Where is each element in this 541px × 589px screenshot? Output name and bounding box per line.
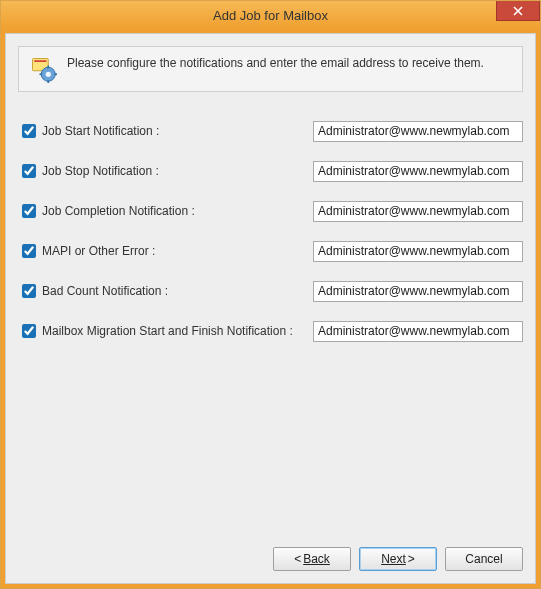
form-area: Job Start Notification : Job Stop Notifi…: [18, 120, 523, 539]
label-job-start: Job Start Notification :: [42, 124, 159, 138]
checkbox-job-stop[interactable]: [22, 164, 36, 178]
row-job-start: Job Start Notification :: [18, 120, 523, 142]
checkbox-job-start[interactable]: [22, 124, 36, 138]
row-migration: Mailbox Migration Start and Finish Notif…: [18, 320, 523, 342]
next-button-label: Next: [381, 552, 406, 566]
label-job-stop: Job Stop Notification :: [42, 164, 159, 178]
row-mapi-error: MAPI or Other Error :: [18, 240, 523, 262]
input-job-stop[interactable]: [313, 161, 523, 182]
close-icon: [513, 6, 523, 16]
cancel-button[interactable]: Cancel: [445, 547, 523, 571]
label-migration: Mailbox Migration Start and Finish Notif…: [42, 324, 307, 338]
row-job-stop: Job Stop Notification :: [18, 160, 523, 182]
input-job-start[interactable]: [313, 121, 523, 142]
back-button-label: Back: [303, 552, 330, 566]
info-text: Please configure the notifications and e…: [67, 55, 484, 71]
info-panel: Please configure the notifications and e…: [18, 46, 523, 92]
input-migration[interactable]: [313, 321, 523, 342]
svg-rect-3: [34, 60, 46, 62]
row-bad-count: Bad Count Notification :: [18, 280, 523, 302]
dialog-window: Add Job for Mailbox: [0, 0, 541, 589]
input-mapi-error[interactable]: [313, 241, 523, 262]
titlebar: Add Job for Mailbox: [1, 1, 540, 29]
notification-gear-icon: [29, 55, 57, 83]
label-bad-count: Bad Count Notification :: [42, 284, 168, 298]
checkbox-job-completion[interactable]: [22, 204, 36, 218]
row-job-completion: Job Completion Notification :: [18, 200, 523, 222]
checkbox-mapi-error[interactable]: [22, 244, 36, 258]
back-button[interactable]: < Back: [273, 547, 351, 571]
checkbox-bad-count[interactable]: [22, 284, 36, 298]
input-job-completion[interactable]: [313, 201, 523, 222]
window-title: Add Job for Mailbox: [213, 8, 328, 23]
input-bad-count[interactable]: [313, 281, 523, 302]
label-job-completion: Job Completion Notification :: [42, 204, 195, 218]
next-button[interactable]: Next >: [359, 547, 437, 571]
client-area: Please configure the notifications and e…: [5, 33, 536, 584]
cancel-button-label: Cancel: [465, 552, 502, 566]
svg-point-5: [46, 72, 51, 77]
checkbox-migration[interactable]: [22, 324, 36, 338]
close-button[interactable]: [496, 1, 540, 21]
button-bar: < Back Next > Cancel: [18, 539, 523, 571]
label-mapi-error: MAPI or Other Error :: [42, 244, 155, 258]
